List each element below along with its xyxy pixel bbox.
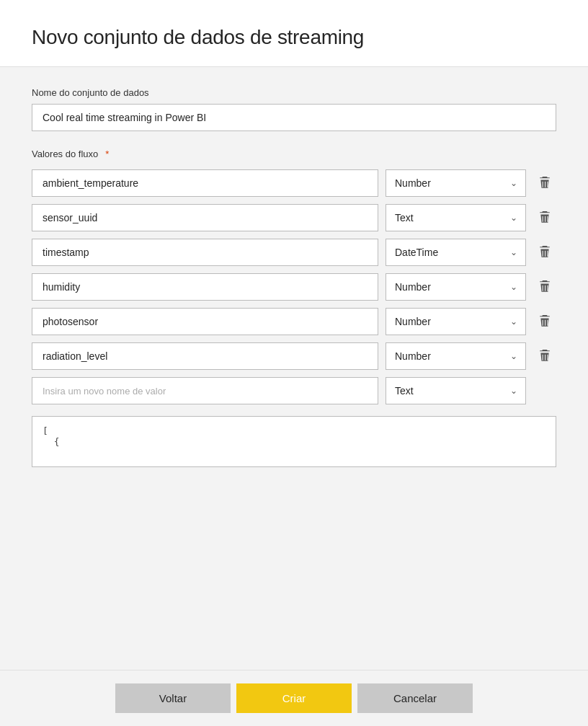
flow-values-label: Valores do fluxo [32, 149, 98, 159]
type-select-1[interactable]: Number Text DateTime Boolean [386, 169, 526, 197]
type-select-wrapper-6: Number Text DateTime Boolean ⌄ [386, 342, 526, 370]
row-item-5: Number Text DateTime Boolean ⌄ [32, 308, 556, 335]
type-select-2[interactable]: Text Number DateTime Boolean [386, 204, 526, 231]
type-select-4[interactable]: Number Text DateTime Boolean [386, 273, 526, 301]
type-select-wrapper-1: Number Text DateTime Boolean ⌄ [386, 169, 526, 197]
page-container: Novo conjunto de dados de streaming Nome… [0, 0, 588, 726]
row-name-input-3[interactable] [32, 239, 378, 266]
type-select-wrapper-5: Number Text DateTime Boolean ⌄ [386, 308, 526, 335]
trash-icon-2 [538, 211, 551, 224]
row-name-input-5[interactable] [32, 308, 378, 335]
trash-icon-4 [538, 280, 551, 293]
flow-values-label-group: Valores do fluxo * [32, 149, 556, 159]
delete-button-5[interactable] [533, 310, 556, 333]
form-section: Nome do conjunto de dados Valores do flu… [0, 67, 588, 670]
type-select-wrapper-3: DateTime Text Number Boolean ⌄ [386, 239, 526, 266]
delete-button-3[interactable] [533, 241, 556, 264]
type-select-6[interactable]: Number Text DateTime Boolean [386, 342, 526, 370]
row-item-2: Text Number DateTime Boolean ⌄ [32, 204, 556, 231]
trash-icon-5 [538, 315, 551, 328]
row-item-6: Number Text DateTime Boolean ⌄ [32, 342, 556, 370]
row-item-3: DateTime Text Number Boolean ⌄ [32, 239, 556, 266]
row-name-input-1[interactable] [32, 169, 378, 197]
row-item-4: Number Text DateTime Boolean ⌄ [32, 273, 556, 301]
trash-icon-1 [538, 177, 551, 190]
row-name-input-6[interactable] [32, 342, 378, 370]
delete-button-1[interactable] [533, 172, 556, 195]
row-name-input-2[interactable] [32, 204, 378, 231]
delete-button-6[interactable] [533, 345, 556, 368]
dataset-name-input[interactable] [32, 104, 556, 131]
new-type-select[interactable]: Text Number DateTime Boolean [386, 377, 526, 404]
row-name-input-4[interactable] [32, 273, 378, 301]
dataset-name-label: Nome do conjunto de dados [32, 87, 556, 98]
json-preview[interactable]: [ { [32, 416, 556, 467]
cancel-button[interactable]: Cancelar [357, 683, 473, 713]
footer-section: Voltar Criar Cancelar [0, 670, 588, 726]
required-indicator: * [105, 149, 109, 159]
header-section: Novo conjunto de dados de streaming [0, 0, 588, 67]
back-button[interactable]: Voltar [115, 683, 231, 713]
page-title: Novo conjunto de dados de streaming [32, 26, 556, 49]
new-row-item: Text Number DateTime Boolean ⌄ [32, 377, 556, 404]
row-item-1: Number Text DateTime Boolean ⌄ [32, 169, 556, 197]
trash-icon-6 [538, 350, 551, 363]
create-button[interactable]: Criar [236, 683, 352, 713]
new-type-select-wrapper: Text Number DateTime Boolean ⌄ [386, 377, 526, 404]
delete-button-2[interactable] [533, 206, 556, 229]
trash-icon-3 [538, 246, 551, 259]
type-select-3[interactable]: DateTime Text Number Boolean [386, 239, 526, 266]
type-select-wrapper-4: Number Text DateTime Boolean ⌄ [386, 273, 526, 301]
dataset-name-group: Nome do conjunto de dados [32, 87, 556, 149]
new-row-name-input[interactable] [32, 377, 378, 404]
json-preview-group: [ { [32, 412, 556, 470]
type-select-5[interactable]: Number Text DateTime Boolean [386, 308, 526, 335]
delete-button-4[interactable] [533, 275, 556, 298]
type-select-wrapper-2: Text Number DateTime Boolean ⌄ [386, 204, 526, 231]
